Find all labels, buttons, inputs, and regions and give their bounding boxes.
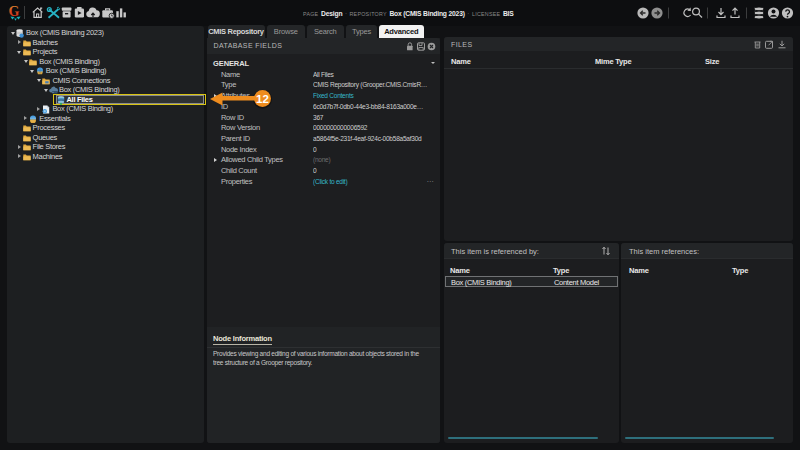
svg-text:G: G bbox=[9, 4, 20, 19]
svg-text:12: 12 bbox=[256, 93, 269, 105]
